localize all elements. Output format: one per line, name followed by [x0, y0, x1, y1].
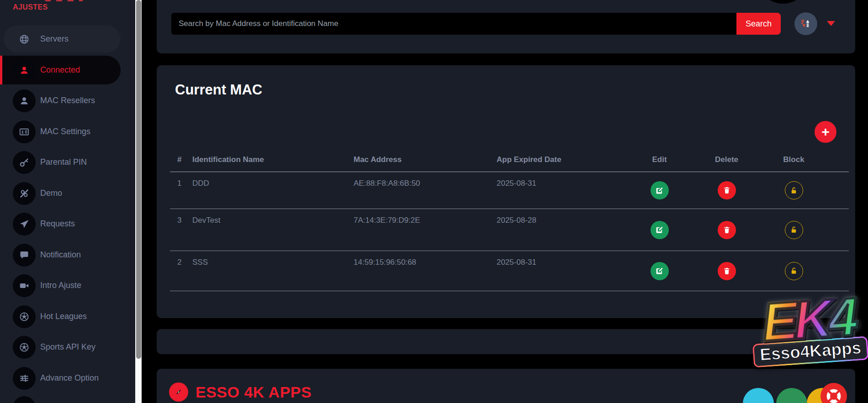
sidebar-item-label: Notification — [40, 240, 81, 271]
sidebar-item-requests[interactable]: Requests — [0, 209, 135, 240]
sidebar: AJUSTES Servers Connected — [0, 0, 135, 403]
sidebar-section-label: AJUSTES — [13, 3, 48, 11]
column-header: Identification Name — [192, 155, 354, 164]
pen-square-icon — [655, 267, 664, 275]
sidebar-item-label: Sports API Key — [40, 332, 95, 363]
sidebar-item-label: Servers — [40, 24, 69, 55]
paper-plane-icon — [13, 213, 36, 236]
add-mac-button[interactable]: + — [815, 121, 836, 143]
clipped-text-fragment — [45, 0, 83, 1]
row-number: 1 — [170, 172, 192, 209]
identification-name: DevTest — [192, 209, 354, 251]
link-slash-icon — [13, 182, 36, 205]
logo-ek4-text: EK4 — [748, 290, 868, 349]
sidebar-item-label: MAC Resellers — [40, 85, 95, 116]
pen-square-icon — [655, 225, 664, 234]
search-input[interactable] — [171, 13, 736, 35]
user-icon — [13, 89, 36, 112]
edit-button[interactable] — [651, 221, 669, 239]
sliders-icon — [13, 367, 36, 390]
pen-square-icon — [655, 186, 664, 195]
edit-button[interactable] — [651, 181, 669, 199]
sort-toggle-button[interactable] — [794, 12, 817, 35]
table-header-row: # Identification Name Mac Address App Ex… — [170, 147, 849, 172]
comment-icon — [13, 244, 36, 267]
brand-logo: EK4 Esso4Kapps — [748, 290, 868, 396]
block-button[interactable] — [785, 221, 803, 239]
sidebar-item-notification[interactable]: Notification — [0, 240, 135, 271]
apps-header: ESSO 4K APPS — [169, 382, 312, 402]
lifebuoy-icon — [825, 387, 843, 403]
table-row: 2 SSS 14:59:15:96:50:68 2025-08-31 — [170, 251, 849, 291]
sidebar-item-connected[interactable]: Connected — [0, 55, 135, 86]
globe-icon — [13, 28, 36, 51]
page: AJUSTES Servers Connected — [0, 0, 868, 403]
mac-address: 14:59:15:96:50:68 — [354, 251, 497, 291]
sidebar-item-advance-option[interactable]: Advance Option — [0, 363, 135, 394]
sidebar-scrollbar-track[interactable] — [135, 0, 142, 403]
trash-icon — [723, 226, 731, 234]
delete-button[interactable] — [718, 221, 736, 239]
sidebar-nav: Servers Connected MAC Resellers — [0, 24, 135, 393]
key-icon — [13, 151, 36, 174]
mac-address: 7A:14:3E:79:D9:2E — [354, 209, 497, 251]
soccer-ball-icon — [13, 305, 36, 328]
chevron-down-icon[interactable] — [827, 21, 835, 26]
search-row: Search — [171, 13, 781, 35]
edit-button[interactable] — [651, 262, 669, 280]
sidebar-item-parental-pin[interactable]: Parental PIN — [0, 147, 135, 178]
sidebar-item-label: Parental PIN — [40, 147, 87, 178]
row-number: 2 — [170, 251, 192, 291]
column-header: Edit — [626, 155, 693, 164]
app-expired-date: 2025-08-31 — [497, 172, 626, 209]
delete-button[interactable] — [718, 181, 736, 199]
sidebar-item-label: Requests — [40, 209, 75, 240]
soccer-ball-icon — [13, 336, 36, 359]
sidebar-item-label: Hot Leagues — [40, 301, 87, 332]
trash-icon — [723, 267, 731, 275]
column-header: Block — [760, 155, 827, 164]
sidebar-item-mac-settings[interactable]: MAC Settings — [0, 116, 135, 147]
identification-name: DDD — [192, 172, 354, 209]
column-header: Mac Address — [354, 155, 497, 164]
sidebar-item-label: Demo — [40, 178, 62, 209]
column-header: App Expired Date — [497, 155, 626, 164]
sidebar-item-servers[interactable]: Servers — [0, 24, 135, 55]
mac-table-body: 1 DDD AE:88:F8:A8:6B:50 2025-08-31 — [170, 172, 849, 291]
unlock-icon — [789, 267, 798, 275]
id-card-icon — [13, 120, 36, 143]
active-indicator-bar — [0, 56, 2, 84]
mac-address: AE:88:F8:A8:6B:50 — [354, 172, 497, 209]
mac-table: # Identification Name Mac Address App Ex… — [170, 147, 849, 291]
apps-section-title: ESSO 4K APPS — [196, 383, 312, 401]
sidebar-item-sports-api-key[interactable]: Sports API Key — [0, 332, 135, 363]
sidebar-item-label: Intro Ajuste — [40, 270, 81, 301]
identification-name: SSS — [192, 251, 354, 291]
search-card: Search — [157, 0, 855, 53]
unlock-icon — [789, 186, 798, 195]
compass-icon — [169, 382, 188, 402]
column-header: # — [170, 155, 192, 164]
column-header: Delete — [693, 155, 760, 164]
search-button[interactable]: Search — [736, 13, 781, 35]
sidebar-item-label: Advance Option — [40, 363, 99, 394]
sidebar-item-mac-resellers[interactable]: MAC Resellers — [0, 85, 135, 116]
row-number: 3 — [170, 209, 192, 251]
sidebar-item-label: MAC Settings — [40, 116, 90, 147]
avatar[interactable] — [757, 0, 809, 4]
delete-button[interactable] — [718, 262, 736, 280]
user-icon — [13, 59, 36, 82]
sidebar-item-hot-leagues[interactable]: Hot Leagues — [0, 301, 135, 332]
current-mac-card: Current MAC + # Identification Name Mac … — [157, 65, 855, 318]
sidebar-item-demo[interactable]: Demo — [0, 178, 135, 209]
sidebar-item-intro-ajuste[interactable]: Intro Ajuste — [0, 270, 135, 301]
block-button[interactable] — [785, 181, 803, 199]
video-camera-icon — [13, 274, 36, 297]
block-button[interactable] — [785, 262, 803, 280]
sidebar-scrollbar-thumb[interactable] — [136, 0, 141, 359]
trash-icon — [723, 186, 731, 194]
sidebar-item-label: Connected — [40, 55, 80, 86]
table-row: 1 DDD AE:88:F8:A8:6B:50 2025-08-31 — [170, 172, 849, 209]
app-expired-date: 2025-08-31 — [497, 251, 626, 291]
table-row: 3 DevTest 7A:14:3E:79:D9:2E 2025-08-28 — [170, 209, 849, 251]
